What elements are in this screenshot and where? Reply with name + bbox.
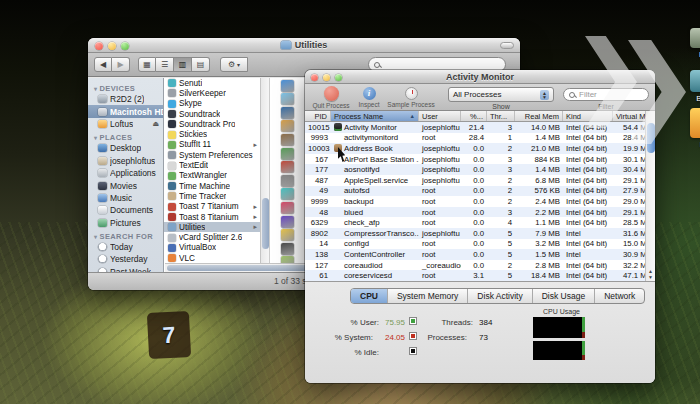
table-row-address-book[interactable]: 10003Address Bookjosephloftu0.0221.0 MBI…	[305, 143, 655, 154]
sidebar-item-today[interactable]: Today	[88, 241, 163, 253]
sample-process-button[interactable]: Sample Process	[385, 87, 437, 108]
list-item-stickies[interactable]: Stickies	[164, 129, 260, 139]
file-icon[interactable]	[281, 134, 294, 146]
column-header-real-mem[interactable]: Real Mem	[515, 111, 563, 121]
system-value: 24.05	[385, 333, 405, 342]
activity-monitor-icon	[334, 123, 342, 131]
file-icon[interactable]	[281, 175, 294, 187]
table-row-coreservicesd[interactable]: 61coreservicesdroot3.1518.4 MBIntel (64 …	[305, 270, 655, 281]
list-item-time-machine[interactable]: Time Machine	[164, 181, 260, 191]
file-icon[interactable]	[281, 148, 294, 160]
list-item-vlc[interactable]: VLC	[164, 253, 260, 263]
desktop-icon-ble[interactable]: Ble	[684, 70, 700, 103]
table-row-autofsd[interactable]: 49autofsdroot0.02576 KBIntel (64 bit)27.…	[305, 186, 655, 197]
sidebar-item-macintosh-hd[interactable]: Macintosh HD	[88, 105, 163, 117]
list-item-silverkeeper[interactable]: SilverKeeper	[164, 88, 260, 98]
list-item-soundtrack-pro[interactable]: Soundtrack Pro	[164, 119, 260, 129]
column-view-button[interactable]: ▥	[174, 57, 192, 72]
cell-threads: 5	[487, 250, 515, 259]
table-row-check-afp[interactable]: 6329check_afproot0.041.1 MBIntel (64 bit…	[305, 217, 655, 228]
cell-threads: 5	[487, 229, 515, 238]
list-item-textedit[interactable]: TextEdit	[164, 160, 260, 170]
table-row-contentcontroller[interactable]: 138ContentControllerroot0.051.5 MBIntel3…	[305, 249, 655, 260]
file-icon[interactable]	[281, 188, 294, 200]
cell-user: root	[419, 133, 461, 142]
file-icon[interactable]	[281, 216, 294, 228]
file-icon[interactable]	[281, 202, 294, 214]
list-item-time-tracker[interactable]: Time Tracker	[164, 191, 260, 201]
table-row-coreaudiod[interactable]: 127coreaudiod_coreaudioc0.022.8 MBIntel …	[305, 260, 655, 271]
sidebar-item-pictures[interactable]: Pictures	[88, 217, 163, 229]
eject-icon[interactable]: ⏏	[152, 120, 159, 128]
table-row-aosnotifyd[interactable]: 177aosnotifydjosephloftu0.031.4 MBIntel …	[305, 164, 655, 175]
desktop-icon-l[interactable]: L	[684, 108, 700, 149]
file-icon[interactable]	[281, 161, 294, 173]
action-menu-button[interactable]: ⚙▾	[220, 57, 248, 72]
sidebar-item-desktop[interactable]: Desktop	[88, 142, 163, 154]
table-row-backupd[interactable]: 9999backupdroot0.022.4 MBIntel (64 bit)2…	[305, 196, 655, 207]
list-item-utilities[interactable]: Utilities▸	[164, 222, 260, 232]
sidebar-item-music[interactable]: Music	[88, 192, 163, 204]
list-item-toast-7-titanium[interactable]: Toast 7 Titanium▸	[164, 202, 260, 212]
tab-system-memory[interactable]: System Memory	[388, 289, 468, 303]
list-scrollbar[interactable]	[260, 78, 269, 272]
table-row-blued[interactable]: 48bluedroot0.032.2 MBIntel (64 bit)29.1 …	[305, 207, 655, 218]
coverflow-view-button[interactable]: ▤	[192, 57, 210, 72]
quit-process-button[interactable]: Quit Process	[309, 86, 353, 109]
table-row-airport-base-station[interactable]: 167AirPort Base Station ...josephloftu0.…	[305, 154, 655, 165]
sidebar-item-r2d2-2[interactable]: R2D2 (2)	[88, 93, 163, 105]
list-item-senuti[interactable]: Senuti	[164, 78, 260, 88]
list-item-soundtrack[interactable]: Soundtrack	[164, 109, 260, 119]
sidebar-item-yesterday[interactable]: Yesterday	[88, 253, 163, 265]
scrollbar-thumb[interactable]	[262, 198, 269, 248]
table-row-applespell-service[interactable]: 487AppleSpell.servicejosephloftu0.026.8 …	[305, 175, 655, 186]
scrollbar-arrows[interactable]: ▲▼	[646, 268, 655, 280]
finder-titlebar[interactable]: Utilities	[88, 38, 520, 53]
list-item-virtualbox[interactable]: VirtualBox	[164, 243, 260, 253]
forward-button[interactable]: ▶	[112, 57, 130, 72]
column-header-thr[interactable]: Thr...	[487, 111, 515, 121]
table-row-activitymonitord[interactable]: 9993activitymonitordroot28.411.4 MBIntel…	[305, 133, 655, 144]
inspect-button[interactable]: i Inspect	[355, 87, 383, 108]
cell-process-name: activitymonitord	[331, 133, 419, 142]
desktop-icon-7[interactable]: 7	[147, 311, 191, 359]
caret-down-icon: ▾	[237, 61, 240, 68]
list-item-textwrangler[interactable]: TextWrangler	[164, 171, 260, 181]
file-icon[interactable]	[281, 120, 294, 132]
list-item-label: TextEdit	[179, 161, 208, 170]
column-header-pid[interactable]: PID	[305, 111, 331, 121]
column-header-process-name[interactable]: Process Name▲	[331, 111, 419, 121]
tab-disk-usage[interactable]: Disk Usage	[533, 289, 595, 303]
file-icon[interactable]	[281, 93, 294, 105]
sidebar-item-applications[interactable]: Applications	[88, 167, 163, 179]
list-item-skype[interactable]: Skype	[164, 99, 260, 109]
file-icon[interactable]	[281, 229, 294, 241]
activity-monitor-titlebar[interactable]: Activity Monitor	[305, 70, 655, 84]
tab-cpu[interactable]: CPU	[351, 289, 388, 303]
sidebar-item-documents[interactable]: Documents	[88, 204, 163, 216]
list-item-vcard-splitter-2-6[interactable]: vCard Splitter 2.6	[164, 232, 260, 242]
tab-disk-activity[interactable]: Disk Activity	[468, 289, 532, 303]
list-item-system-preferences[interactable]: System Preferences	[164, 150, 260, 160]
table-row-compressortransco[interactable]: 8902CompressorTransco...josephloftu0.057…	[305, 228, 655, 239]
sidebar-item-movies[interactable]: Movies	[88, 179, 163, 191]
cell-kind: Intel (64 bit)	[563, 165, 613, 174]
desktop-icon-h[interactable]: H	[684, 28, 700, 59]
file-icon[interactable]	[281, 107, 294, 119]
sidebar-item-josephloftus[interactable]: josephloftus	[88, 155, 163, 167]
sidebar-item-loftus[interactable]: Loftus⏏	[88, 118, 163, 130]
show-dropdown[interactable]: All Processes ▲▼	[448, 87, 554, 102]
cell-cpu: 0.0	[461, 239, 487, 248]
column-header-user[interactable]: User	[419, 111, 461, 121]
list-item-toast-8-titanium[interactable]: Toast 8 Titanium▸	[164, 212, 260, 222]
file-icon[interactable]	[281, 80, 294, 92]
list-item-stuffit-11[interactable]: StuffIt 11▸	[164, 140, 260, 150]
list-view-button[interactable]: ☰	[156, 57, 174, 72]
table-row-configd[interactable]: 14configdroot0.053.2 MBIntel (64 bit)15.…	[305, 239, 655, 250]
tab-network[interactable]: Network	[595, 289, 644, 303]
icon-view-button[interactable]: ▦	[138, 57, 156, 72]
column-header-[interactable]: %...	[461, 111, 487, 121]
file-icon[interactable]	[281, 243, 294, 255]
toolbar-toggle-button[interactable]	[500, 42, 514, 49]
back-button[interactable]: ◀	[94, 57, 112, 72]
